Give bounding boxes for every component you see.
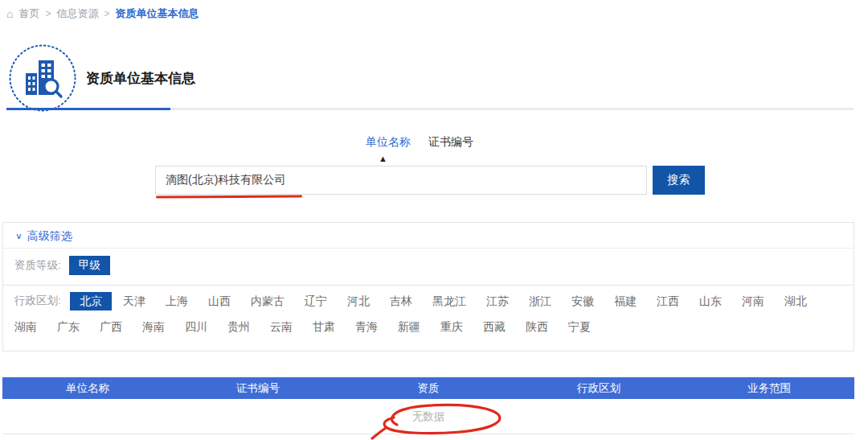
region-item[interactable]: 广西 (100, 320, 122, 333)
title-divider-active-segment (6, 108, 170, 110)
region-item-beijing[interactable]: 北京 (70, 292, 112, 310)
region-item[interactable]: 福建 (614, 294, 637, 307)
region-item[interactable]: 陕西 (526, 320, 548, 333)
region-item[interactable]: 黑龙江 (432, 294, 466, 307)
region-item[interactable]: 山西 (208, 294, 231, 307)
search-input[interactable] (155, 166, 647, 195)
region-item[interactable]: 河北 (347, 294, 370, 307)
region-item[interactable]: 辽宁 (305, 294, 327, 307)
column-header-business-scope: 业务范围 (684, 381, 854, 396)
column-header-qualification: 资质 (343, 381, 514, 396)
region-item[interactable]: 云南 (270, 320, 293, 333)
qualification-level-row: 资质等级: 甲级 (3, 249, 854, 286)
advanced-filter-toggle[interactable]: ∨高级筛选 (3, 223, 854, 249)
tab-unit-name[interactable]: 单位名称 (366, 135, 411, 150)
breadcrumb-separator: > (45, 8, 51, 19)
column-header-certificate-number: 证书编号 (173, 381, 343, 396)
advanced-filter-panel: ∨高级筛选 资质等级: 甲级 行政区划:北京天津上海山西内蒙古辽宁河北吉林黑龙江… (2, 222, 854, 352)
region-item[interactable]: 山东 (699, 294, 722, 307)
advanced-filter-title: 高级筛选 (27, 229, 72, 242)
administrative-region-label: 行政区划: (14, 288, 70, 314)
region-item[interactable]: 海南 (142, 320, 165, 333)
region-item[interactable]: 浙江 (529, 294, 551, 307)
breadcrumb-home[interactable]: 首页 (18, 6, 39, 21)
region-item[interactable]: 安徽 (571, 294, 594, 307)
breadcrumb-separator: > (104, 8, 109, 19)
region-item[interactable]: 贵州 (227, 320, 250, 333)
region-item[interactable]: 江西 (657, 294, 679, 307)
breadcrumb: ⌂ 首页 > 信息资源 > 资质单位基本信息 (6, 6, 199, 21)
region-item[interactable]: 重庆 (440, 320, 463, 333)
search-button[interactable]: 搜索 (653, 166, 705, 195)
breadcrumb-current: 资质单位基本信息 (116, 6, 199, 21)
column-header-region: 行政区划 (514, 381, 684, 396)
region-item[interactable]: 青海 (355, 320, 378, 333)
region-item[interactable]: 四川 (185, 320, 207, 333)
title-divider (6, 108, 854, 110)
page-title: 资质单位基本信息 (86, 69, 195, 88)
annotation-red-circle (363, 399, 512, 440)
region-item[interactable]: 湖北 (784, 294, 807, 307)
region-item[interactable]: 宁夏 (568, 320, 591, 333)
region-item[interactable]: 西藏 (483, 320, 506, 333)
region-item[interactable]: 广东 (57, 320, 80, 333)
region-list: 北京天津上海山西内蒙古辽宁河北吉林黑龙江江苏浙江安徽福建江西山东河南湖北湖南广东… (14, 294, 827, 333)
annotation-red-underline (156, 195, 302, 199)
active-tab-caret-icon: ▲ (379, 154, 387, 163)
tab-certificate-number[interactable]: 证书编号 (428, 135, 473, 150)
region-item[interactable]: 天津 (123, 294, 145, 307)
level-chip-jiaji[interactable]: 甲级 (69, 256, 110, 275)
region-item[interactable]: 甘肃 (313, 320, 335, 333)
administrative-region-row: 行政区划:北京天津上海山西内蒙古辽宁河北吉林黑龙江江苏浙江安徽福建江西山东河南湖… (3, 286, 854, 346)
breadcrumb-info-resources[interactable]: 信息资源 (56, 6, 98, 21)
results-table-header: 单位名称 证书编号 资质 行政区划 业务范围 (2, 377, 854, 399)
region-item[interactable]: 河南 (742, 294, 764, 307)
region-item[interactable]: 湖南 (14, 320, 37, 333)
region-item[interactable]: 上海 (166, 294, 188, 307)
column-header-unit-name: 单位名称 (2, 381, 173, 396)
home-icon: ⌂ (6, 8, 13, 19)
chevron-down-icon: ∨ (15, 225, 23, 247)
region-item[interactable]: 内蒙古 (251, 294, 285, 307)
region-item[interactable]: 新疆 (398, 320, 420, 333)
region-item[interactable]: 江苏 (486, 294, 509, 307)
region-item[interactable]: 吉林 (390, 294, 412, 307)
qualification-level-label: 资质等级: (14, 259, 61, 271)
qualification-unit-icon (8, 43, 77, 113)
search-type-tabs: 单位名称 证书编号 (366, 135, 473, 150)
